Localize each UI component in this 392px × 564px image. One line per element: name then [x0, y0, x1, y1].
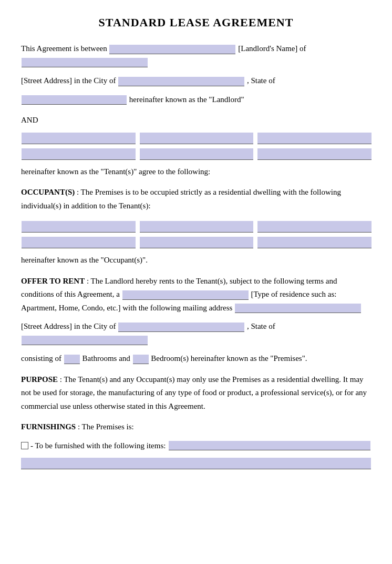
occupant-2-fields — [139, 220, 253, 249]
tenant-2-name-field-2[interactable] — [140, 148, 254, 160]
purpose-section: PURPOSE : The Tenant(s) and any Occupant… — [21, 373, 371, 414]
furnishings-text: : The Premises is: — [78, 422, 134, 431]
tenant-1-name-field[interactable] — [22, 133, 136, 144]
intro-hereinafter-landlord: hereinafter known as the "Landlord" — [129, 95, 244, 104]
bedrooms-label: Bedroom(s) hereinafter known as the "Pre… — [151, 354, 307, 362]
occupants-label: OCCUPANT(S) — [21, 188, 75, 196]
tenant-hereinafter: hereinafter known as the "Tenant(s)" agr… — [21, 165, 371, 179]
intro-state-label: , State of — [247, 76, 275, 85]
tenant-3-fields — [257, 132, 371, 161]
intro-state-field-wrap — [21, 95, 129, 104]
landlord-name-field[interactable] — [109, 45, 235, 54]
offer-city-label: [Street Address] in the City of — [21, 322, 116, 330]
property-city-field[interactable] — [118, 323, 244, 332]
mailing-address-field[interactable] — [235, 304, 361, 313]
landlord-state-field[interactable] — [22, 95, 127, 105]
furnishings-checkbox[interactable] — [21, 442, 28, 449]
purpose-label: PURPOSE — [21, 375, 58, 384]
offer-state-label: , State of — [247, 322, 275, 330]
offer-to-rent-label: OFFER TO RENT — [21, 277, 85, 285]
occupant-3-fields — [257, 220, 371, 249]
occupant-1-name-field-2[interactable] — [22, 237, 136, 248]
tenant-fields-grid — [21, 132, 371, 161]
furnished-label: - To be furnished with the following ite… — [30, 439, 166, 453]
purpose-text: : The Tenant(s) and any Occupant(s) may … — [21, 375, 367, 410]
bathrooms-count-field[interactable] — [64, 355, 80, 364]
tenant-2-name-field[interactable] — [140, 133, 254, 144]
occupant-3-name-field[interactable] — [257, 221, 372, 233]
tenant-3-name-field[interactable] — [257, 133, 372, 144]
intro-landlords-name: [Landlord's Name] of — [238, 44, 306, 53]
occupant-2-name-field[interactable] — [140, 221, 254, 233]
occupant-1-name-field[interactable] — [22, 221, 136, 233]
occupant-1-fields — [21, 220, 135, 249]
and-label: AND — [21, 114, 371, 127]
offer-to-rent-section: OFFER TO RENT : The Landlord hereby rent… — [21, 275, 371, 366]
tenant-1-name-field-2[interactable] — [22, 148, 136, 160]
furnished-items-field-2[interactable] — [21, 458, 371, 469]
furnished-items-field[interactable] — [169, 441, 370, 450]
furnishings-section: FURNISHINGS : The Premises is: - To be f… — [21, 420, 371, 469]
bathrooms-and-label: Bathrooms and — [82, 354, 130, 362]
intro-between: This Agreement is between — [21, 44, 107, 53]
landlord-address-field[interactable] — [22, 58, 148, 67]
tenant-3-name-field-2[interactable] — [257, 148, 372, 160]
page-title: STANDARD LEASE AGREEMENT — [21, 16, 371, 29]
occupant-2-name-field-2[interactable] — [140, 237, 254, 248]
occupants-hereinafter: hereinafter known as the "Occupant(s)". — [21, 254, 371, 267]
property-state-field[interactable] — [22, 336, 148, 345]
occupant-fields-grid — [21, 220, 371, 249]
tenant-1-fields — [21, 132, 135, 161]
residence-type-field[interactable] — [122, 290, 249, 300]
intro-street-label: [Street Address] in the City of — [21, 76, 116, 85]
occupant-3-name-field-2[interactable] — [257, 237, 372, 248]
bedrooms-count-field[interactable] — [133, 355, 149, 364]
landlord-city-field[interactable] — [118, 77, 244, 86]
intro-paragraph: This Agreement is between [Landlord's Na… — [21, 42, 371, 106]
tenant-2-fields — [139, 132, 253, 161]
occupants-section: OCCUPANT(S) : The Premises is to be occu… — [21, 186, 371, 213]
consisting-label: consisting of — [21, 354, 61, 362]
furnishings-label: FURNISHINGS — [21, 422, 76, 431]
